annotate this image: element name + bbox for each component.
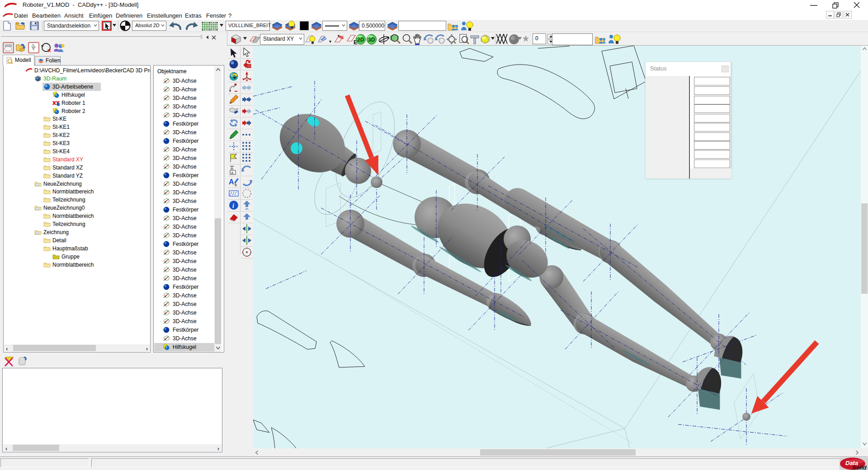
svg-text:A: A xyxy=(231,171,234,175)
svg-text:A: A xyxy=(229,178,234,186)
svg-text:i: i xyxy=(232,202,234,209)
svg-text:3D: 3D xyxy=(368,37,375,43)
svg-text:2D: 2D xyxy=(357,37,364,43)
svg-text:b: b xyxy=(235,183,237,187)
svg-text:Solid: Solid xyxy=(852,464,867,470)
